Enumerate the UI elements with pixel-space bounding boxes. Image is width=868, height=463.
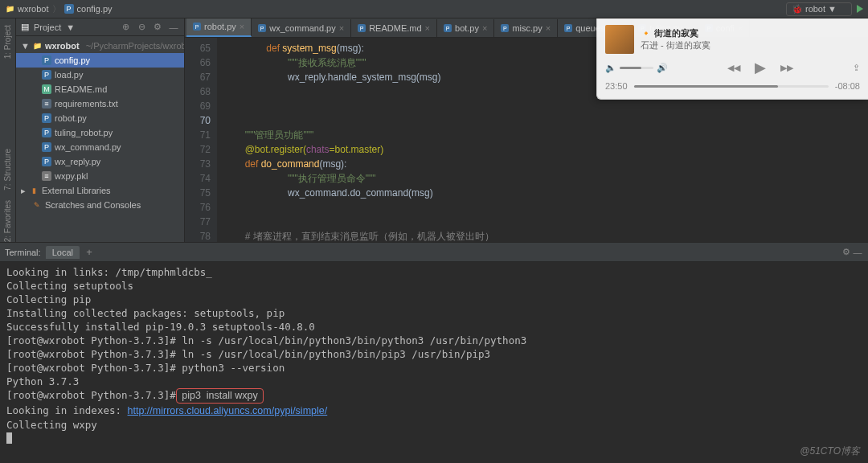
project-tree: ▼📁 wxrobot ~/PycharmProjects/wxrobot Pco…: [16, 36, 184, 215]
tree-file-robot-py[interactable]: Probot.py: [16, 111, 184, 125]
close-icon[interactable]: ×: [482, 23, 487, 33]
terminal-gear-icon[interactable]: ⚙: [841, 247, 852, 258]
editor-tab-README-md[interactable]: PREADME.md ×: [351, 19, 437, 37]
tree-external-libs[interactable]: ▸▮External Libraries: [16, 183, 184, 198]
tree-file-config-py[interactable]: Pconfig.py: [16, 53, 184, 68]
terminal-panel: Terminal: Local + ⚙ — Looking in links: …: [0, 242, 868, 463]
prev-button[interactable]: ◀◀: [727, 63, 740, 73]
editor-pane: Probot.py ×Pwx_command.py ×PREADME.md ×P…: [185, 18, 868, 242]
media-overlay: 🔸 街道的寂寞 石进 - 街道的寂寞 🔈🔊 ◀◀ ▶ ▶▶ ⇪ 23:50: [596, 18, 868, 100]
time-remaining: -08:08: [835, 81, 860, 91]
tab-favorites[interactable]: 2: Favorites: [3, 200, 12, 242]
project-sidebar: ▤ Project ▼ ⊕ ⊖ ⚙ — ▼📁 wxrobot ~/Pycharm…: [16, 18, 185, 242]
play-button[interactable]: ▶: [755, 59, 766, 76]
tab-structure[interactable]: 7: Structure: [3, 149, 12, 191]
track-title: 街道的寂寞: [654, 28, 698, 38]
python-icon: P: [64, 4, 74, 14]
project-tool-header: ▤ Project ▼ ⊕ ⊖ ⚙ —: [16, 18, 184, 36]
index-url-link[interactable]: http://mirrors.cloud.aliyuncs.com/pypi/s…: [128, 405, 328, 416]
tree-file-load-py[interactable]: Pload.py: [16, 68, 184, 82]
run-config-select[interactable]: 🐞 robot ▼: [786, 2, 852, 16]
tree-root[interactable]: ▼📁 wxrobot ~/PycharmProjects/wxrobot: [16, 39, 184, 53]
terminal-label: Terminal:: [5, 248, 41, 257]
folder-icon: 📁: [5, 4, 14, 14]
line-gutter: 656667686970717273747576777879: [185, 38, 217, 242]
hide-icon[interactable]: —: [168, 22, 179, 33]
gear-icon[interactable]: ⚙: [152, 22, 163, 33]
breadcrumb: 📁 wxrobot 〉 P config.py: [5, 3, 113, 15]
watermark: @51CTO博客: [800, 445, 860, 458]
breadcrumb-root[interactable]: wxrobot: [18, 4, 49, 14]
new-terminal-button[interactable]: +: [83, 246, 96, 258]
terminal-tab-local[interactable]: Local: [46, 246, 80, 259]
share-icon[interactable]: ⇪: [853, 63, 860, 73]
tree-file-wx_command-py[interactable]: Pwx_command.py: [16, 140, 184, 154]
tree-file-wx_reply-py[interactable]: Pwx_reply.py: [16, 154, 184, 169]
editor-tab-wx_command-py[interactable]: Pwx_command.py ×: [252, 19, 351, 37]
tab-project[interactable]: 1: Project: [3, 25, 12, 59]
tool-window-bar: 1: Project 7: Structure 2: Favorites: [0, 18, 16, 242]
breadcrumb-file[interactable]: config.py: [77, 4, 113, 14]
close-icon[interactable]: ×: [240, 22, 244, 31]
editor-tab-bot-py[interactable]: Pbot.py ×: [437, 19, 494, 37]
track-subtitle: 石进 - 街道的寂寞: [641, 39, 710, 51]
close-icon[interactable]: ×: [425, 23, 430, 33]
tree-file-wxpy-pkl[interactable]: ≡wxpy.pkl: [16, 169, 184, 183]
progress-bar[interactable]: [634, 85, 829, 88]
collapse-icon[interactable]: ⊕: [120, 22, 131, 33]
time-elapsed: 23:50: [605, 81, 628, 91]
tree-scratches[interactable]: ✎Scratches and Consoles: [16, 198, 184, 212]
locate-icon[interactable]: ⊖: [136, 22, 147, 33]
tree-file-README-md[interactable]: MREADME.md: [16, 82, 184, 96]
terminal-hide-icon[interactable]: —: [852, 247, 863, 258]
editor-tab-misc-py[interactable]: Pmisc.py ×: [494, 19, 558, 37]
project-title[interactable]: Project: [34, 23, 61, 32]
code-area[interactable]: def system_msg(msg): """接收系统消息""" wx_rep…: [217, 38, 514, 242]
tree-file-tuling_robot-py[interactable]: Ptuling_robot.py: [16, 125, 184, 140]
run-button[interactable]: [857, 5, 863, 13]
editor-tab-robot-py[interactable]: Probot.py ×: [186, 18, 252, 37]
tree-file-requirements-txt[interactable]: ≡requirements.txt: [16, 96, 184, 111]
close-icon[interactable]: ×: [546, 23, 551, 33]
album-art: [605, 25, 634, 54]
volume-control[interactable]: 🔈🔊: [605, 63, 668, 73]
close-icon[interactable]: ×: [339, 23, 344, 33]
terminal-output[interactable]: Looking in links: /tmp/tmphmldcbs_ Colle…: [0, 262, 868, 463]
top-toolbar: 📁 wxrobot 〉 P config.py 🐞 robot ▼: [0, 0, 868, 18]
next-button[interactable]: ▶▶: [780, 63, 793, 73]
